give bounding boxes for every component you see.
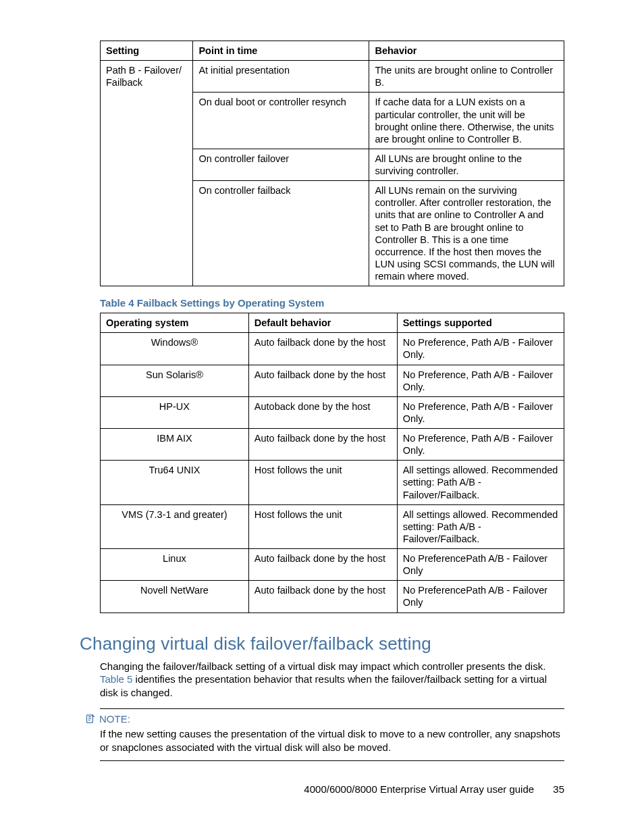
- table-row: HP-UXAutoback done by the hostNo Prefere…: [101, 396, 564, 428]
- cell-supported: No Preference, Path A/B - Failover Only.: [397, 365, 564, 396]
- para-text: identifies the presentation behavior tha…: [100, 673, 547, 698]
- cell-supported: No PreferencePath A/B - Failover Only: [397, 581, 564, 613]
- cell-behavior: All LUNs are brought online to the survi…: [369, 149, 564, 180]
- cell-supported: All settings allowed. Recommended settin…: [397, 504, 564, 548]
- cell-point: At initial presentation: [193, 61, 369, 93]
- cell-point: On controller failback: [193, 181, 369, 286]
- cell-os: Linux: [101, 549, 249, 581]
- cell-os: Windows®: [101, 333, 249, 365]
- note-block: NOTE: If the new setting causes the pres…: [100, 708, 564, 761]
- cell-setting: Path B - Failover/ Failback: [101, 61, 193, 286]
- table-row: VMS (7.3-1 and greater)Host follows the …: [101, 504, 564, 548]
- cell-default: Auto failback done by the host: [248, 365, 397, 396]
- col-def: Default behavior: [248, 313, 397, 333]
- table-path-b: Setting Point in time Behavior Path B - …: [100, 41, 564, 286]
- table-row: LinuxAuto failback done by the hostNo Pr…: [101, 549, 564, 581]
- note-icon: [85, 714, 95, 724]
- cell-behavior: If cache data for a LUN exists on a part…: [369, 93, 564, 149]
- cell-os: HP-UX: [101, 396, 249, 428]
- para-text: Changing the failover/failback setting o…: [100, 660, 545, 672]
- table-row: Tru64 UNIXHost follows the unitAll setti…: [101, 461, 564, 504]
- cell-default: Auto failback done by the host: [248, 581, 397, 613]
- page-number: 35: [553, 783, 564, 795]
- section-paragraph: Changing the failover/failback setting o…: [100, 660, 564, 700]
- col-point: Point in time: [193, 41, 369, 61]
- cell-default: Autoback done by the host: [248, 396, 397, 428]
- cell-os: Novell NetWare: [101, 581, 249, 613]
- cell-os: IBM AIX: [101, 429, 249, 461]
- cell-default: Host follows the unit: [248, 504, 397, 548]
- cell-default: Auto failback done by the host: [248, 333, 397, 365]
- cell-supported: No Preference, Path A/B - Failover Only.: [397, 396, 564, 428]
- note-label: NOTE:: [99, 713, 130, 725]
- table-row: Sun Solaris®Auto failback done by the ho…: [101, 365, 564, 396]
- cell-supported: All settings allowed. Recommended settin…: [397, 461, 564, 504]
- cell-os: VMS (7.3-1 and greater): [101, 504, 249, 548]
- cell-point: On dual boot or controller resynch: [193, 93, 369, 149]
- table-header-row: Setting Point in time Behavior: [101, 41, 564, 61]
- table4-caption: Table 4 Failback Settings by Operating S…: [100, 297, 564, 309]
- cell-behavior: All LUNs remain on the surviving control…: [369, 181, 564, 286]
- col-behavior: Behavior: [369, 41, 564, 61]
- table-row: Novell NetWareAuto failback done by the …: [101, 581, 564, 613]
- table-row: Windows®Auto failback done by the hostNo…: [101, 333, 564, 365]
- cell-default: Auto failback done by the host: [248, 429, 397, 461]
- col-setting: Setting: [101, 41, 193, 61]
- section-title: Changing virtual disk failover/failback …: [80, 633, 564, 654]
- table-row: Path B - Failover/ Failback At initial p…: [101, 61, 564, 93]
- cell-default: Auto failback done by the host: [248, 549, 397, 581]
- note-body: If the new setting causes the presentati…: [100, 727, 564, 754]
- page-footer: 4000/6000/8000 Enterprise Virtual Array …: [304, 783, 564, 795]
- col-sup: Settings supported: [397, 313, 564, 333]
- col-os: Operating system: [101, 313, 249, 333]
- cell-supported: No Preference, Path A/B - Failover Only.: [397, 429, 564, 461]
- table-header-row: Operating system Default behavior Settin…: [101, 313, 564, 333]
- cell-os: Tru64 UNIX: [101, 461, 249, 504]
- table-failback-by-os: Operating system Default behavior Settin…: [100, 313, 564, 613]
- cell-supported: No Preference, Path A/B - Failover Only.: [397, 333, 564, 365]
- cell-point: On controller failover: [193, 149, 369, 180]
- table5-link[interactable]: Table 5: [100, 673, 132, 685]
- table-row: IBM AIXAuto failback done by the hostNo …: [101, 429, 564, 461]
- footer-text: 4000/6000/8000 Enterprise Virtual Array …: [304, 783, 534, 795]
- cell-default: Host follows the unit: [248, 461, 397, 504]
- cell-behavior: The units are brought online to Controll…: [369, 61, 564, 93]
- cell-supported: No PreferencePath A/B - Failover Only: [397, 549, 564, 581]
- cell-os: Sun Solaris®: [101, 365, 249, 396]
